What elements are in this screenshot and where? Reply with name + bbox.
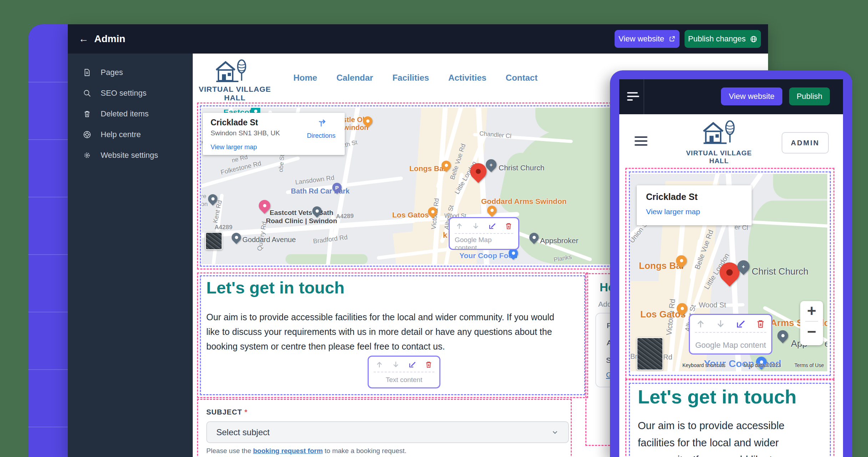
sidebar-item-pages[interactable]: Pages <box>68 62 193 83</box>
view-website-button[interactable]: View website <box>615 30 680 48</box>
move-up-icon[interactable] <box>455 222 464 230</box>
directions-button[interactable]: Directions <box>307 117 335 140</box>
mobile-menu-icon[interactable] <box>635 136 647 146</box>
move-down-icon[interactable] <box>715 318 726 329</box>
view-website-label: View website <box>619 34 664 44</box>
mobile-site-logo-icon <box>701 118 738 148</box>
toolbar-label: Google Map content <box>455 234 513 252</box>
chevron-down-icon <box>551 428 559 436</box>
subject-select[interactable]: Select subject <box>206 421 569 443</box>
directions-icon <box>316 117 327 128</box>
map-label: Eastcott Vets - BathRoad Clinic | Swindo… <box>266 209 337 225</box>
collapse-sidebar-icon[interactable] <box>627 92 639 101</box>
toolbar-label: Text content <box>386 374 422 384</box>
rail-divider <box>28 82 68 82</box>
directions-label: Directions <box>307 132 335 140</box>
move-up-icon[interactable] <box>375 360 384 369</box>
map-data-label: Map data ©2023 <box>744 362 781 368</box>
search-icon <box>83 89 91 97</box>
edit-icon[interactable] <box>488 222 496 230</box>
move-up-icon[interactable] <box>695 318 706 329</box>
map-label: Christ Church <box>499 164 544 172</box>
sidebar-item-seo-settings[interactable]: SEO settings <box>68 83 193 104</box>
mobile-touch-heading: Let's get in touch <box>638 386 797 408</box>
satellite-view-toggle[interactable] <box>637 337 663 370</box>
admin-topbar: ← Admin View website Publish changes <box>68 24 768 54</box>
sidebar-item-label: Pages <box>101 68 123 77</box>
sidebar-item-label: Deleted items <box>101 109 149 119</box>
map-area-park <box>773 174 827 199</box>
site-logo-text: VIRTUAL VILLAGE HALL <box>196 85 274 102</box>
nav-activities[interactable]: Activities <box>448 73 486 83</box>
rail-divider <box>28 197 68 197</box>
edit-icon[interactable] <box>408 360 417 369</box>
mobile-preview-overlay: View website Publish V <box>610 70 852 457</box>
subject-label: SUBJECT * <box>206 408 248 416</box>
move-down-icon[interactable] <box>392 360 400 369</box>
church-pin-icon: + <box>486 159 496 170</box>
keyboard-shortcuts-link[interactable]: Keyboard shortcuts <box>682 362 726 368</box>
zoom-in-button[interactable]: + <box>807 301 816 321</box>
booking-request-form-link[interactable]: booking request form <box>253 447 323 455</box>
edit-icon[interactable] <box>735 318 746 329</box>
terms-of-use-link[interactable]: Terms of Use <box>794 362 824 368</box>
mobile-publish-button[interactable]: Publish <box>789 87 830 105</box>
required-asterisk: * <box>244 408 248 416</box>
view-larger-map-link[interactable]: View larger map <box>211 144 257 151</box>
view-larger-map-link[interactable]: View larger map <box>646 207 700 216</box>
map-label: Rd <box>663 353 672 361</box>
sidebar-item-label: Help centre <box>101 130 141 139</box>
external-link-icon <box>668 35 676 42</box>
bar-divider <box>644 79 644 114</box>
booking-hint: Please use the booking request form to m… <box>206 447 407 455</box>
text-content-toolbar: Text content <box>368 356 440 388</box>
mobile-google-map-embed[interactable]: Union St Victoria Rd Longs Bar Belle Vue… <box>630 174 827 371</box>
rail-divider <box>28 427 68 427</box>
collapsed-nav-rail[interactable] <box>28 24 68 457</box>
mobile-publish-label: Publish <box>797 92 822 101</box>
map-label: Lansdown Rd <box>295 174 335 186</box>
touch-heading: Let's get in touch <box>206 278 344 297</box>
satellite-view-toggle[interactable] <box>205 232 222 250</box>
sidebar-item-help-centre[interactable]: Help centre <box>68 124 193 145</box>
publish-changes-button[interactable]: Publish changes <box>685 30 761 48</box>
map-content-toolbar: Google Map content <box>449 217 519 250</box>
globe-icon <box>750 35 757 43</box>
back-arrow-icon[interactable]: ← <box>79 33 89 45</box>
delete-icon[interactable] <box>755 318 766 329</box>
rail-divider <box>28 312 68 312</box>
map-label: Br <box>630 352 637 361</box>
publish-changes-label: Publish changes <box>688 34 746 44</box>
map-label: on <box>202 201 208 208</box>
site-logo-icon <box>213 57 249 86</box>
subject-select-value: Select subject <box>216 427 269 437</box>
move-down-icon[interactable] <box>471 222 480 230</box>
map-label: er <box>824 338 827 349</box>
mobile-map-content-toolbar: Google Map content <box>689 314 772 355</box>
map-card-address: Swindon SN1 3HB, UK <box>211 129 280 137</box>
delete-icon[interactable] <box>504 222 513 230</box>
mobile-admin-button[interactable]: ADMIN <box>782 132 829 154</box>
sidebar-item-deleted-items[interactable]: Deleted items <box>68 104 193 124</box>
nav-facilities[interactable]: Facilities <box>392 73 429 83</box>
sidebar-item-website-settings[interactable]: Website settings <box>68 145 193 166</box>
zoom-out-button[interactable]: − <box>807 322 816 342</box>
map-card-title: Cricklade St <box>646 192 698 202</box>
touch-paragraph: Our aim is to provide accessible facilit… <box>206 310 556 354</box>
map-label: A4289 <box>336 212 354 220</box>
admin-title: Admin <box>94 33 125 45</box>
map-label: A4289 <box>215 224 232 231</box>
mobile-touch-paragraph: Our aim is to provide accessible facilit… <box>638 417 806 457</box>
map-label: Longs Bar <box>409 164 446 173</box>
map-info-card: Cricklade St Swindon SN1 3HB, UK View la… <box>203 113 345 155</box>
nav-calendar[interactable]: Calendar <box>337 73 373 83</box>
mobile-view-website-button[interactable]: View website <box>721 87 782 105</box>
nav-home[interactable]: Home <box>293 73 317 83</box>
map-card-title: Cricklade St <box>211 118 258 127</box>
gear-icon <box>83 151 91 160</box>
mobile-site-preview: VIRTUAL VILLAGE HALL ADMIN Unio <box>619 114 843 457</box>
life-ring-icon <box>83 130 91 139</box>
delete-icon[interactable] <box>424 360 433 369</box>
sidebar-item-label: Website settings <box>101 151 158 160</box>
nav-contact[interactable]: Contact <box>506 73 538 83</box>
